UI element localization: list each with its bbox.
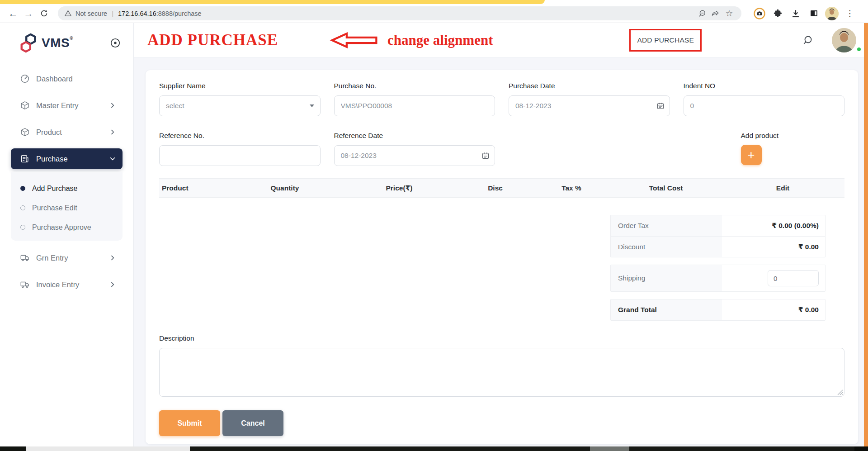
bullet-icon (20, 205, 25, 210)
taskbar-sliver (0, 446, 868, 451)
sidebar-item-master-entry[interactable]: Master Entry (11, 95, 123, 116)
form-row-2-spacer (509, 132, 670, 166)
extensions-menu-button[interactable] (770, 6, 785, 21)
bookmark-star-icon[interactable]: ☆ (722, 7, 736, 20)
column-header-total-cost: Total Cost (607, 184, 725, 192)
logo-registered-mark: ® (70, 36, 73, 41)
column-header-tax: Tax % (536, 184, 607, 192)
browser-reload-button[interactable] (36, 6, 52, 21)
sidebar-item-label: Dashboard (36, 75, 73, 83)
sidebar-item-product[interactable]: Product (11, 122, 123, 142)
grand-total-label: Grand Total (611, 299, 722, 320)
submit-button[interactable]: Submit (159, 410, 220, 436)
not-secure-label: Not secure (75, 10, 107, 17)
sidebar-toggle-button[interactable] (110, 38, 121, 48)
page-scrollbar[interactable] (864, 23, 868, 446)
field-label: Indent NO (684, 82, 845, 90)
content-area: Supplier Name select Purchase No. (134, 57, 868, 444)
column-header-disc: Disc (455, 184, 536, 192)
address-bar[interactable]: Not secure | 172.16.64.16:8888/purchase … (58, 6, 741, 20)
field-label: Supplier Name (159, 82, 321, 90)
sidebar-item-purchase[interactable]: Purchase (11, 148, 123, 169)
main-area: ADD PURCHASE change alignment ADD PURCHA… (134, 23, 868, 446)
field-label: Purchase Date (509, 82, 670, 90)
column-header-edit: Edit (725, 184, 841, 192)
field-supplier-name: Supplier Name select (159, 82, 321, 116)
form-row-2: Reference No. Reference Date (159, 132, 844, 166)
url-path: :8888/purchase (156, 10, 202, 17)
submenu-item-label: Purchase Approve (32, 223, 91, 232)
add-product-label: Add product (741, 132, 845, 140)
purchase-date-input[interactable] (509, 95, 670, 116)
sidebar-item-invoice-entry[interactable]: Invoice Entry (11, 274, 123, 295)
browser-profile-avatar[interactable] (825, 6, 839, 21)
shipping-input[interactable] (768, 270, 819, 286)
submenu-item-add-purchase[interactable]: Add Purchase (11, 179, 123, 198)
discount-value: ₹ 0.00 (722, 243, 825, 251)
submenu-item-purchase-edit[interactable]: Purchase Edit (11, 198, 123, 218)
submenu-item-label: Purchase Edit (32, 204, 77, 212)
screenshot-root: ← → Not secure | 172.16.64.16:8888/purch… (0, 0, 868, 451)
truck-icon (20, 253, 30, 263)
reference-date-input[interactable] (334, 145, 495, 166)
online-status-dot (856, 47, 862, 52)
sidebar-item-label: Product (36, 128, 62, 137)
browser-menu-button[interactable]: ⋮ (843, 6, 857, 21)
app-header: ADD PURCHASE change alignment ADD PURCHA… (134, 23, 868, 57)
extension-badge-button[interactable] (752, 6, 767, 21)
share-icon (711, 9, 720, 18)
add-product-button[interactable]: + (741, 145, 762, 165)
cancel-button[interactable]: Cancel (222, 410, 283, 436)
avatar (832, 28, 856, 52)
purchase-no-input[interactable] (334, 95, 495, 116)
calendar-icon[interactable] (656, 102, 665, 110)
chevron-right-icon (109, 128, 116, 136)
sidebar-item-label: Grn Entry (36, 254, 68, 262)
browser-forward-button[interactable]: → (21, 6, 36, 21)
sidebar-item-dashboard[interactable]: Dashboard (11, 68, 123, 89)
browser-back-button[interactable]: ← (5, 6, 21, 21)
calendar-icon[interactable] (481, 152, 490, 160)
omnibox-separator: | (112, 9, 113, 17)
grand-total-row: Grand Total ₹ 0.00 (611, 299, 825, 320)
app-page: VMS® Dashboard Master Entry (0, 23, 868, 446)
purchase-form-card: Supplier Name select Purchase No. (146, 70, 858, 444)
description-label: Description (159, 334, 844, 342)
page-title: ADD PURCHASE (147, 31, 278, 49)
purchase-submenu: Add Purchase Purchase Edit Purchase Appr… (11, 172, 123, 241)
share-button[interactable] (709, 7, 722, 20)
submenu-item-purchase-approve[interactable]: Purchase Approve (11, 218, 123, 237)
plus-icon: + (747, 149, 755, 161)
user-avatar-button[interactable] (838, 28, 862, 52)
person-avatar-icon (825, 7, 839, 20)
reference-no-input[interactable] (159, 145, 321, 166)
field-label: Reference Date (334, 132, 495, 140)
vms-logo-icon (19, 33, 38, 53)
browser-tab-strip (0, 0, 868, 4)
reload-icon (40, 9, 48, 18)
summary-group-grand-total: Grand Total ₹ 0.00 (610, 299, 826, 321)
sidebar-item-grn-entry[interactable]: Grn Entry (11, 247, 123, 268)
zoom-out-button[interactable] (695, 7, 709, 20)
url-host: 172.16.64.16 (118, 10, 156, 17)
chevron-right-icon (109, 102, 116, 109)
items-table-empty-body (159, 198, 844, 215)
annotation-left-arrow-icon (329, 32, 379, 49)
indent-no-input[interactable] (684, 95, 845, 116)
chevron-down-icon (109, 155, 116, 162)
side-panel-button[interactable] (807, 6, 821, 21)
submenu-item-label: Add Purchase (32, 185, 78, 193)
bullet-icon (20, 225, 25, 230)
downloads-button[interactable] (788, 6, 803, 21)
chevron-right-icon (109, 281, 116, 288)
active-tab-colored[interactable] (0, 0, 545, 4)
form-row-1: Supplier Name select Purchase No. (159, 82, 844, 116)
order-tax-label: Order Tax (611, 215, 722, 236)
puzzle-icon (773, 9, 783, 18)
field-purchase-no: Purchase No. (334, 82, 495, 116)
supplier-select[interactable]: select (159, 95, 321, 116)
magnifier-minus-icon (698, 9, 707, 18)
search-button[interactable] (802, 35, 813, 46)
active-bullet-icon (20, 186, 25, 191)
description-textarea[interactable] (159, 348, 844, 397)
